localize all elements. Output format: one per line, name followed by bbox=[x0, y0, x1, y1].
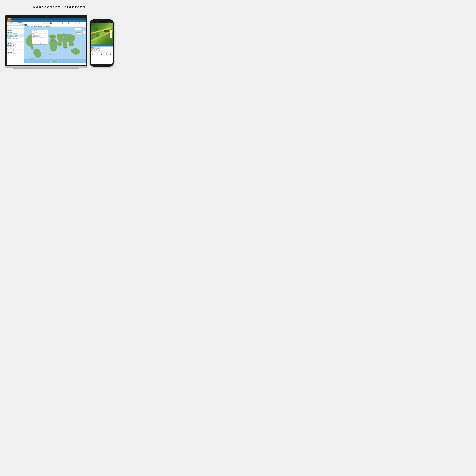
device-item[interactable]: G28050633727 Connected(2 Day22 Hour56 Mi… bbox=[7, 37, 24, 39]
popup-main-power: Main power voltage:24.8(V) bbox=[33, 36, 47, 37]
phone-tab-detail[interactable]: Detail bbox=[104, 52, 108, 53]
target-name-checkbox[interactable]: Target name bbox=[80, 22, 85, 24]
phone-map-zoom-in-btn[interactable]: + bbox=[110, 34, 112, 36]
legend-overspeed1: OverSpeed bbox=[41, 26, 45, 27]
nav-monitor[interactable]: Monitor bbox=[7, 20, 12, 21]
popup-link-relevance-fence[interactable]: Relevance Fence bbox=[36, 42, 40, 43]
map-zoom-controls: + − bbox=[83, 31, 85, 34]
regional-vehicle-btn[interactable]: Regional vehiclerange bbox=[76, 32, 82, 34]
phone-screen: 10:44 5G ●●● bbox=[91, 22, 113, 64]
nav-customer[interactable]: Customer bbox=[81, 20, 85, 21]
phone-nav-report[interactable]: 📊 Report bbox=[104, 53, 108, 55]
map-tab-satellite[interactable]: Satellite bbox=[28, 24, 32, 26]
report-icon: 📊 bbox=[105, 53, 107, 55]
phone-map-location-btn[interactable]: ◎ bbox=[110, 32, 112, 34]
sidebar-tab-attention[interactable]: Attention(0) bbox=[16, 22, 24, 23]
phone-tab-trace[interactable]: Trace bbox=[95, 52, 100, 53]
device-item[interactable]: G28050640180 Connected(2 Day22 Hour52 Mi… bbox=[7, 39, 24, 42]
phone-tab-more[interactable]: More bbox=[108, 52, 113, 53]
map-search-input[interactable] bbox=[43, 22, 50, 24]
search-input[interactable] bbox=[7, 23, 21, 25]
laptop-stand bbox=[14, 68, 79, 69]
show-fence-checkbox[interactable]: Show Fence bbox=[61, 22, 67, 24]
phone-tab-location[interactable]: Location bbox=[91, 52, 95, 53]
map-toolbar-controls: Panoramic Show POI Show Fence Trajectory… bbox=[43, 22, 85, 24]
svg-text:North Pacific: North Pacific bbox=[75, 41, 79, 41]
popup-close-btn[interactable]: × bbox=[47, 30, 47, 31]
nav-report[interactable]: Report bbox=[12, 20, 16, 21]
group-default[interactable]: ▶ Default group (3) bbox=[7, 27, 24, 29]
nav-management[interactable]: Management bbox=[16, 20, 22, 21]
phone-tab-command[interactable]: Command bbox=[100, 52, 104, 53]
search-select[interactable] bbox=[21, 23, 23, 25]
laptop-camera bbox=[46, 16, 47, 17]
laptop-screen: GPS YCJ223 Hi, YCJ223 | [ Password Servi… bbox=[7, 18, 85, 65]
zoom-in-btn[interactable]: + bbox=[83, 31, 85, 33]
popup-advanced[interactable]: Advanced bbox=[33, 41, 47, 42]
phone-map-area[interactable]: ⊞ ◎ + − bbox=[91, 23, 113, 45]
device-item[interactable]: G29051190862 T0V Offline (2 Day3 Hour38 … bbox=[7, 52, 24, 54]
legend-overspeed: normal bbox=[38, 26, 41, 27]
map-content[interactable]: G28050628326 South America South Atlanti… bbox=[24, 27, 85, 63]
device-item[interactable]: G28050628086 Connect(1 Day23 Hour44 Minu… bbox=[7, 32, 24, 34]
panoramic-checkbox[interactable]: Panoramic bbox=[50, 22, 55, 24]
world-map-background: G28050628326 South America South Atlanti… bbox=[24, 27, 85, 63]
home-icon: 🏠 bbox=[92, 53, 94, 55]
device-item[interactable]: G28050627708 Connected(1 Day2 Hour55 Min… bbox=[7, 30, 24, 32]
phone-bottom-nav: 🏠 Home ☰ List 🔔 Alarm 📊 bbox=[91, 53, 113, 56]
popup-gprs-status: GPRS status:Connected(2 Day22 Hour33 Min… bbox=[33, 34, 47, 34]
map-legend: Refresh After Seconds iceSpeed normal bbox=[24, 26, 85, 27]
phone-nav-list-label: List bbox=[97, 55, 98, 55]
popup-link-more[interactable]: More▼ bbox=[45, 43, 47, 44]
phone-nav-alarm[interactable]: 🔔 Alarm bbox=[100, 53, 104, 55]
page-title: Management Platform bbox=[33, 5, 85, 9]
popup-link-control-panel[interactable]: Control Pannel bbox=[33, 42, 36, 43]
popup-link-playback[interactable]: Playback bbox=[38, 43, 40, 44]
phone-home-indicator[interactable] bbox=[99, 65, 104, 65]
group-liuliang[interactable]: ▶ 流量 (5) bbox=[7, 42, 24, 43]
show-poi-checkbox[interactable]: Show POI bbox=[56, 22, 61, 24]
popup-link-streetscape[interactable]: Streetscape bbox=[33, 43, 35, 44]
refresh-interval[interactable] bbox=[28, 26, 31, 27]
open-traffic-btn[interactable]: Open the road traffic bbox=[75, 28, 82, 30]
terrain-block bbox=[104, 30, 109, 32]
all-device-status-btn[interactable]: All device status 📷 🔊 bbox=[51, 61, 59, 62]
phone-map-zoom-out-btn[interactable]: − bbox=[110, 36, 112, 38]
gps-nav-right: Target Customer bbox=[77, 20, 85, 21]
phone-status-time: 2024-03-07 06:10:15 bbox=[95, 47, 101, 48]
map-tab-map[interactable]: Map bbox=[24, 24, 28, 26]
popup-link-zoom[interactable]: Zoom bbox=[40, 43, 42, 44]
device-item[interactable]: G29051186630 T0V Offline (2 Day3 Hour38 … bbox=[7, 43, 24, 45]
device-item-active[interactable]: G28050628326 Connected(2 Day22 Hour33 Mi… bbox=[7, 34, 24, 37]
popup-link-tracking[interactable]: Tracking bbox=[35, 43, 37, 44]
phone-vehicle-marker bbox=[101, 32, 102, 33]
phone-status-dot bbox=[91, 47, 92, 48]
alarm-icon: 🔔 bbox=[101, 53, 102, 55]
phone-nav-list[interactable]: ☰ List bbox=[95, 53, 100, 55]
device-item[interactable]: G29051173330 T0V Offline (4 Day3 Hour38 … bbox=[7, 47, 24, 50]
map-tabs: Map Satellite Bing bbox=[24, 24, 85, 26]
phone-road-vertical bbox=[103, 23, 103, 45]
trajectory-model-checkbox[interactable]: Trajectory Model bbox=[67, 22, 74, 24]
popup-account: Account:YCJ223 bbox=[33, 33, 47, 34]
map-tab-bing[interactable]: Bing bbox=[32, 24, 35, 26]
popup-link-fortification[interactable]: A key fortification bbox=[41, 42, 45, 43]
map-toolbar: G28050628326 - Almaty, Kazakhstan Panora… bbox=[24, 22, 85, 24]
phone-map-layers-btn[interactable]: ⊞ bbox=[110, 30, 112, 32]
nav-target[interactable]: Target bbox=[77, 20, 80, 21]
phone-detail-info: 📶 Signal: 2024-03-04 16:42:04 ⚡ ACC Stat… bbox=[91, 48, 112, 51]
group-zuxi[interactable]: ▶ 租线 (5) bbox=[7, 29, 24, 30]
phone-satellite-map: ⊞ ◎ + − bbox=[91, 23, 113, 45]
phone-positioning-type: Positioning Type: LBs+ bbox=[95, 46, 101, 46]
popup-link-device-info[interactable]: Device Info bbox=[42, 43, 45, 44]
phone-nav-home[interactable]: 🏠 Home bbox=[91, 53, 95, 55]
phone-nav-user-center[interactable]: 👤 User Center bbox=[108, 53, 113, 55]
full-screen-checkbox[interactable]: Full Screen bbox=[74, 22, 79, 24]
device-item[interactable]: G29051143424 T0V Offline (1 Day3 Hour38 … bbox=[7, 45, 24, 47]
zoom-out-btn[interactable]: − bbox=[83, 33, 85, 34]
svg-point-1 bbox=[63, 37, 64, 38]
phone-nav-user-center-label: User Center bbox=[109, 55, 112, 55]
nav-risk-control[interactable]: Risk Control management bbox=[23, 20, 33, 21]
device-item[interactable]: G29051189757 T0V Offline (1 Day3 Hour38 … bbox=[7, 50, 24, 52]
sidebar-tab-target[interactable]: My Target (10) bbox=[7, 22, 16, 23]
